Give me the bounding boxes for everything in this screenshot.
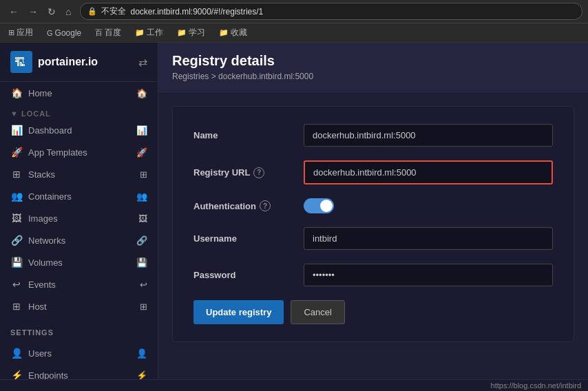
sidebar-item-networks[interactable]: 🔗 Networks 🔗 xyxy=(0,229,158,251)
networks-right-icon: 🔗 xyxy=(136,235,147,246)
dashboard-icon: 📊 xyxy=(10,125,23,136)
stacks-icon: ⊞ xyxy=(10,169,23,180)
sidebar-item-networks-label: Networks xyxy=(28,235,65,246)
study-icon: 📁 xyxy=(177,28,187,37)
sidebar-item-containers-label: Containers xyxy=(28,191,72,202)
password-row: Password xyxy=(193,264,553,286)
images-right-icon: 🖼 xyxy=(138,213,147,224)
form-actions: Update registry Cancel xyxy=(193,300,553,324)
sidebar-item-volumes-label: Volumes xyxy=(28,257,63,268)
name-row: Name xyxy=(193,124,553,147)
apps-icon: ⊞ xyxy=(8,28,14,37)
bookmark-work-label: 工作 xyxy=(147,27,163,39)
sidebar-item-volumes[interactable]: 💾 Volumes 💾 xyxy=(0,251,158,273)
home-icon: 🏠 xyxy=(10,87,23,98)
sidebar-item-host-label: Host xyxy=(28,302,47,312)
home-button[interactable]: ⌂ xyxy=(62,5,74,19)
bookmark-google-label: Google xyxy=(55,28,82,38)
password-input[interactable] xyxy=(304,264,553,286)
authentication-toggle[interactable] xyxy=(304,198,334,213)
svg-text:🏗: 🏗 xyxy=(14,56,25,68)
registry-url-input[interactable] xyxy=(304,160,553,184)
sidebar-item-events[interactable]: ↩ Events ↩ xyxy=(0,273,158,295)
bookmark-apps[interactable]: ⊞ 应用 xyxy=(6,25,36,40)
authentication-label: Authentication ? xyxy=(193,200,304,211)
sidebar-item-containers[interactable]: 👥 Containers 👥 xyxy=(0,185,158,207)
status-bar: https://blog.csdn.net/intbird xyxy=(0,379,588,391)
authentication-row: Authentication ? xyxy=(193,198,553,213)
address-bar[interactable]: 🔒 不安全 docker.intbird.ml:9000/#!/registri… xyxy=(80,3,582,20)
bookmark-baidu[interactable]: 百 百度 xyxy=(92,25,124,40)
bookmark-work[interactable]: 📁 工作 xyxy=(132,25,166,40)
users-right-icon: 👤 xyxy=(136,348,147,359)
logo-text: portainer.io xyxy=(38,56,98,68)
username-row: Username xyxy=(193,227,553,250)
name-input[interactable] xyxy=(304,124,553,147)
forward-button[interactable]: → xyxy=(25,5,41,19)
authentication-help-icon[interactable]: ? xyxy=(260,200,271,211)
registry-url-help-icon[interactable]: ? xyxy=(253,167,264,178)
volumes-icon: 💾 xyxy=(10,257,23,268)
registry-form-card: Name Registry URL ? Authentication ? xyxy=(172,106,574,342)
breadcrumb-separator: > xyxy=(211,72,218,81)
security-label: 不安全 xyxy=(101,6,126,17)
portainer-logo-icon: 🏗 xyxy=(10,51,32,73)
host-icon: ⊞ xyxy=(10,301,23,312)
events-right-icon: ↩ xyxy=(140,279,147,290)
sidebar-item-dashboard-label: Dashboard xyxy=(28,125,72,136)
sidebar-item-endpoints[interactable]: ⚡ Endpoints ⚡ xyxy=(0,364,158,379)
main-content: Registry details Registries > dockerhub.… xyxy=(158,43,588,379)
host-right-icon: ⊞ xyxy=(140,302,147,312)
bookmark-favorites[interactable]: 📁 收藏 xyxy=(216,25,250,40)
bookmark-apps-label: 应用 xyxy=(17,27,33,39)
work-icon: 📁 xyxy=(135,28,145,37)
cancel-button[interactable]: Cancel xyxy=(291,300,344,324)
local-section-label: ▼ LOCAL xyxy=(0,104,158,119)
home-icon-right: 🏠 xyxy=(136,88,147,98)
sidebar-item-home[interactable]: 🏠 Home 🏠 xyxy=(0,82,158,104)
sidebar-item-dashboard[interactable]: 📊 Dashboard 📊 xyxy=(0,119,158,141)
transfer-icon[interactable]: ⇄ xyxy=(138,56,147,69)
sidebar-item-host[interactable]: ⊞ Host ⊞ xyxy=(0,295,158,317)
sidebar-item-users[interactable]: 👤 Users 👤 xyxy=(0,342,158,364)
refresh-button[interactable]: ↻ xyxy=(44,5,59,19)
endpoints-right-icon: ⚡ xyxy=(136,370,147,380)
bookmark-baidu-label: 百度 xyxy=(105,27,121,39)
bookmark-google[interactable]: G Google xyxy=(44,25,84,40)
bookmark-study-label: 学习 xyxy=(189,27,205,39)
sidebar-item-users-label: Users xyxy=(28,348,52,359)
app-templates-icon: 🚀 xyxy=(10,147,23,158)
sidebar-item-stacks[interactable]: ⊞ Stacks ⊞ xyxy=(0,163,158,185)
update-registry-button[interactable]: Update registry xyxy=(193,300,284,324)
username-label: Username xyxy=(193,233,304,244)
username-input[interactable] xyxy=(304,227,553,250)
breadcrumb-parent[interactable]: Registries xyxy=(172,72,209,81)
page-header: Registry details Registries > dockerhub.… xyxy=(158,43,588,92)
app-templates-right-icon: 🚀 xyxy=(136,147,147,158)
name-label: Name xyxy=(193,130,304,140)
sidebar-item-images[interactable]: 🖼 Images 🖼 xyxy=(0,207,158,229)
favorites-icon: 📁 xyxy=(219,28,229,37)
status-url: https://blog.csdn.net/intbird xyxy=(491,381,581,390)
users-icon: 👤 xyxy=(10,348,23,359)
toggle-track xyxy=(304,198,334,213)
networks-icon: 🔗 xyxy=(10,235,23,246)
sidebar-item-events-label: Events xyxy=(28,279,56,290)
registry-url-row: Registry URL ? xyxy=(193,160,553,184)
volumes-right-icon: 💾 xyxy=(136,257,147,268)
sidebar-item-endpoints-label: Endpoints xyxy=(28,370,68,380)
sidebar-item-stacks-label: Stacks xyxy=(28,169,55,180)
bookmark-favorites-label: 收藏 xyxy=(231,27,247,39)
back-button[interactable]: ← xyxy=(6,5,22,19)
bookmark-study[interactable]: 📁 学习 xyxy=(174,25,208,40)
sidebar: 🏗 portainer.io ⇄ 🏠 Home 🏠 ▼ LOCAL 📊 Dash… xyxy=(0,43,158,379)
breadcrumb: Registries > dockerhub.intbird.ml:5000 xyxy=(172,72,574,81)
events-icon: ↩ xyxy=(10,279,23,290)
sidebar-item-app-templates-label: App Templates xyxy=(28,147,87,158)
breadcrumb-current: dockerhub.intbird.ml:5000 xyxy=(218,72,313,81)
sidebar-item-app-templates[interactable]: 🚀 App Templates 🚀 xyxy=(0,141,158,163)
security-icon: 🔒 xyxy=(87,7,97,16)
containers-right-icon: 👥 xyxy=(136,191,147,202)
endpoints-icon: ⚡ xyxy=(10,370,23,379)
sidebar-item-images-label: Images xyxy=(28,213,58,224)
